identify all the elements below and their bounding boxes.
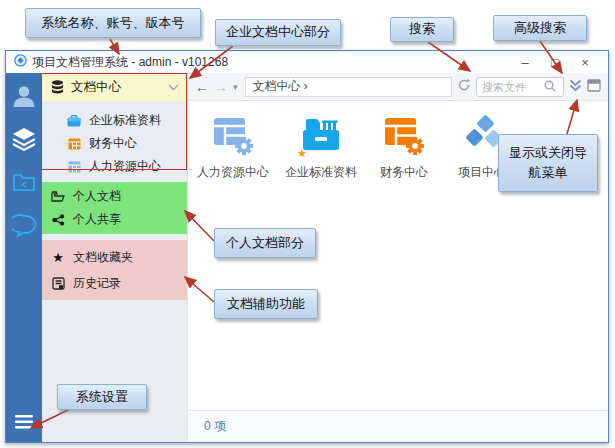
advanced-search-icon[interactable] xyxy=(569,78,582,96)
nav-group-enterprise: 企业标准资料 财务中心 人力资源中心 xyxy=(42,101,187,178)
hr-center-icon xyxy=(208,114,258,158)
history-icon xyxy=(51,277,65,290)
star-icon: ★ xyxy=(51,251,65,264)
tile-finance-center[interactable]: 财务中心 xyxy=(373,114,435,181)
forward-button[interactable]: → xyxy=(214,80,228,94)
search-field[interactable] xyxy=(476,77,564,97)
nav-item-label: 企业标准资料 xyxy=(89,112,161,129)
maximize-button[interactable]: □ xyxy=(540,55,570,70)
breadcrumb-text: 文档中心 › xyxy=(253,78,308,95)
share-icon xyxy=(51,213,65,226)
nav-item-label: 个人共享 xyxy=(73,211,121,228)
briefcase-icon xyxy=(67,114,81,127)
user-icon[interactable] xyxy=(10,82,38,110)
toolbar: ← → ▾ 文档中心 › xyxy=(188,73,608,101)
folder-icon[interactable] xyxy=(10,168,38,196)
hr-table-icon xyxy=(67,160,81,173)
finance-table-icon xyxy=(67,137,81,150)
favorite-star-icon: ★ xyxy=(297,148,307,159)
callout-search: 搜索 xyxy=(390,17,454,42)
nav-header-label: 文档中心 xyxy=(71,79,121,96)
callout-enterprise-section: 企业文档中心部分 xyxy=(215,19,341,46)
nav-item-label: 人力资源中心 xyxy=(89,158,161,175)
nav-item-label: 财务中心 xyxy=(89,135,137,152)
database-icon xyxy=(50,81,64,94)
nav-group-aux: ★ 文档收藏夹 历史记录 xyxy=(42,240,187,300)
nav-item-enterprise-docs[interactable]: 企业标准资料 xyxy=(42,109,187,132)
nav-item-label: 历史记录 xyxy=(73,275,121,292)
refresh-icon[interactable] xyxy=(457,78,471,96)
search-input[interactable] xyxy=(482,81,544,93)
search-icon[interactable] xyxy=(544,78,556,96)
history-dropdown-caret[interactable]: ▾ xyxy=(233,82,238,92)
chevron-down-icon[interactable] xyxy=(168,80,179,94)
nav-item-personal-docs[interactable]: 个人文档 xyxy=(42,185,187,208)
layers-icon[interactable] xyxy=(10,125,38,153)
nav-header-doc-center[interactable]: 文档中心 xyxy=(42,73,187,101)
minimize-button[interactable]: – xyxy=(510,55,540,70)
nav-toggle-icon[interactable] xyxy=(587,78,601,96)
chat-icon[interactable] xyxy=(10,211,38,239)
app-icon xyxy=(14,53,27,71)
callout-advanced-search: 高级搜索 xyxy=(493,15,587,41)
status-bar: 0 项 xyxy=(188,410,608,442)
title-bar[interactable]: 项目文档管理系统 - admin - v101268 – □ × xyxy=(6,51,608,73)
nav-item-finance-center[interactable]: 财务中心 xyxy=(42,132,187,155)
breadcrumb[interactable]: 文档中心 › xyxy=(245,77,452,97)
item-count: 0 项 xyxy=(204,418,226,435)
close-button[interactable]: × xyxy=(570,55,600,70)
nav-item-label: 个人文档 xyxy=(73,188,121,205)
folder-open-icon xyxy=(51,190,65,203)
window-title: 项目文档管理系统 - admin - v101268 xyxy=(32,54,228,71)
nav-group-personal: 个人文档 个人共享 xyxy=(42,182,187,234)
sidebar-rail xyxy=(6,73,42,442)
callout-nav-toggle: 显示或关闭导航菜单 xyxy=(498,134,598,192)
nav-item-hr-center[interactable]: 人力资源中心 xyxy=(42,155,187,178)
back-button[interactable]: ← xyxy=(195,80,209,94)
callout-settings: 系统设置 xyxy=(57,384,147,410)
nav-item-favorites[interactable]: ★ 文档收藏夹 xyxy=(42,244,187,270)
nav-item-personal-share[interactable]: 个人共享 xyxy=(42,208,187,231)
screenshot-root: 项目文档管理系统 - admin - v101268 – □ × xyxy=(0,0,615,448)
tile-label: 人力资源中心 xyxy=(197,164,269,181)
tile-label: 财务中心 xyxy=(380,164,428,181)
nav-item-label: 文档收藏夹 xyxy=(73,249,133,266)
settings-hamburger-icon[interactable] xyxy=(10,408,38,436)
nav-item-history[interactable]: 历史记录 xyxy=(42,270,187,296)
callout-aux-section: 文档辅助功能 xyxy=(214,289,318,319)
tile-enterprise-docs[interactable]: ★ 企业标准资料 xyxy=(285,114,357,181)
tile-label: 企业标准资料 xyxy=(285,164,357,181)
callout-personal-section: 个人文档部分 xyxy=(214,228,316,258)
finance-center-icon xyxy=(379,114,429,158)
tile-hr-center[interactable]: 人力资源中心 xyxy=(197,114,269,181)
enterprise-docs-icon: ★ xyxy=(296,114,346,158)
callout-system-info: 系统名称、账号、版本号 xyxy=(25,8,201,38)
